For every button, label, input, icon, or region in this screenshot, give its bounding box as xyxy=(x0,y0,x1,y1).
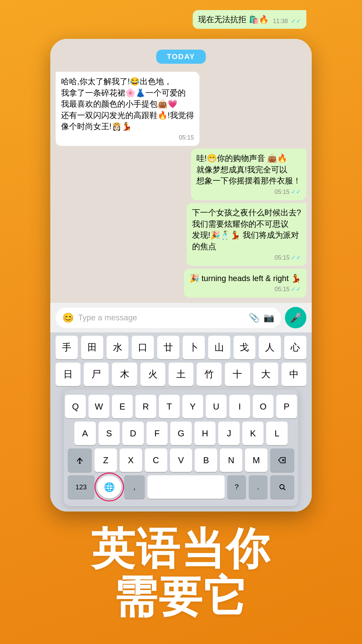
globe-key[interactable]: 🌐 xyxy=(97,476,121,498)
camera-icon[interactable]: 📷 xyxy=(263,313,274,323)
num-key[interactable]: 123 xyxy=(68,475,95,499)
key-中[interactable]: 中 xyxy=(282,363,306,386)
bottom-line-2: 需要它 xyxy=(91,573,271,621)
bubble-time-1: 05:15 xyxy=(179,133,194,142)
emoji-button[interactable]: 😊 xyxy=(62,312,74,323)
check-marks-2: ✓✓ xyxy=(291,188,301,196)
key-Z[interactable]: Z xyxy=(95,448,117,472)
mic-icon: 🎤 xyxy=(290,312,302,323)
key-人[interactable]: 人 xyxy=(259,336,281,359)
key-木[interactable]: 木 xyxy=(112,363,137,386)
mic-button[interactable]: 🎤 xyxy=(285,307,306,328)
key-大[interactable]: 大 xyxy=(253,363,278,386)
key-O[interactable]: O xyxy=(253,395,274,418)
phone-frame: TODAY 哈哈,你太了解我了!😂出色地， 我拿了一条碎花裙🌸👗一个可爱的 我最… xyxy=(50,39,312,512)
key-C[interactable]: C xyxy=(145,448,167,472)
key-Y[interactable]: Y xyxy=(182,395,203,418)
message-row-1: 哈哈,你太了解我了!😂出色地， 我拿了一条碎花裙🌸👗一个可爱的 我最喜欢的颜色的… xyxy=(56,72,306,146)
key-B[interactable]: B xyxy=(195,448,217,472)
check-marks-3: ✓✓ xyxy=(291,254,301,262)
bottom-line-1: 英语当你 xyxy=(91,525,271,573)
key-R[interactable]: R xyxy=(135,395,156,418)
message-row-3: 下一个女孩之夜什么时候出去? 我们需要炫耀你的不可思议 发现!🎉🕺💃 我们将成为… xyxy=(56,203,306,266)
key-十[interactable]: 十 xyxy=(225,363,250,386)
key-土[interactable]: 土 xyxy=(169,363,193,386)
svg-point-4 xyxy=(280,485,284,489)
key-田[interactable]: 田 xyxy=(81,336,103,359)
key-Q[interactable]: Q xyxy=(65,395,86,418)
period-key[interactable]: ? xyxy=(227,475,246,499)
key-K[interactable]: K xyxy=(242,422,264,445)
space-key[interactable] xyxy=(147,475,225,499)
top-message-status: ✓✓ xyxy=(291,18,301,24)
input-placeholder: Type a message xyxy=(78,313,245,322)
key-戈[interactable]: 戈 xyxy=(234,336,256,359)
top-message-text: 现在无法抗拒 🛍️🔥 xyxy=(198,14,269,25)
message-row-2: 哇!😁你的购物声音 👜🔥 就像梦想成真!我完全可以 想象一下你摇摆着那件衣服！ … xyxy=(56,149,306,200)
key-山[interactable]: 山 xyxy=(208,336,230,359)
chinese-row-1: 手 田 水 口 廿 卜 山 戈 人 心 xyxy=(50,336,312,359)
key-尸[interactable]: 尸 xyxy=(84,363,109,386)
key-I[interactable]: I xyxy=(229,395,250,418)
key-N[interactable]: N xyxy=(220,448,242,472)
key-手[interactable]: 手 xyxy=(56,336,78,359)
bubble-sent-2: 哇!😁你的购物声音 👜🔥 就像梦想成真!我完全可以 想象一下你摇摆着那件衣服！ … xyxy=(191,149,306,200)
key-M[interactable]: M xyxy=(245,448,267,472)
check-marks-4: ✓✓ xyxy=(291,285,301,293)
key-V[interactable]: V xyxy=(170,448,192,472)
top-message-time: 11:38 xyxy=(273,18,288,24)
key-G[interactable]: G xyxy=(170,422,192,445)
key-日[interactable]: 日 xyxy=(56,363,80,386)
en-row-3: Z X C V B N M xyxy=(68,448,294,472)
bubble-time-4: 05:15 xyxy=(275,285,290,293)
chinese-row-2: 日 尸 木 火 土 竹 十 大 中 xyxy=(50,363,312,386)
english-keyboard-overlay: Q W E R T Y U I O P A S D F G H J K xyxy=(64,389,298,506)
key-E[interactable]: E xyxy=(112,395,133,418)
key-W[interactable]: W xyxy=(88,395,109,418)
en-row-2: A S D F G H J K L xyxy=(68,422,294,445)
key-口[interactable]: 口 xyxy=(132,336,154,359)
bubble-time-2: 05:15 xyxy=(275,188,290,196)
bubble-sent-3: 下一个女孩之夜什么时候出去? 我们需要炫耀你的不可思议 发现!🎉🕺💃 我们将成为… xyxy=(187,203,306,266)
key-卜[interactable]: 卜 xyxy=(183,336,205,359)
key-S[interactable]: S xyxy=(99,422,120,445)
key-廿[interactable]: 廿 xyxy=(157,336,179,359)
key-T[interactable]: T xyxy=(159,395,180,418)
bubble-text-2: 哇!😁你的购物声音 👜🔥 就像梦想成真!我完全可以 想象一下你摇摆着那件衣服！ xyxy=(196,153,301,186)
bottom-promo: 英语当你 需要它 xyxy=(91,525,271,641)
key-心[interactable]: 心 xyxy=(284,336,306,359)
key-火[interactable]: 火 xyxy=(140,363,165,386)
key-L[interactable]: L xyxy=(266,422,288,445)
key-H[interactable]: H xyxy=(194,422,216,445)
key-F[interactable]: F xyxy=(146,422,168,445)
message-input-field[interactable]: 😊 Type a message 📎 📷 xyxy=(56,308,281,328)
search-key[interactable] xyxy=(270,475,294,499)
today-badge: TODAY xyxy=(156,50,206,64)
key-水[interactable]: 水 xyxy=(107,336,129,359)
key-U[interactable]: U xyxy=(206,395,227,418)
key-D[interactable]: D xyxy=(122,422,144,445)
bubble-sent-4: 🎉 turning heads left & right 💃 05:15 ✓✓ xyxy=(184,269,307,298)
attach-icon[interactable]: 📎 xyxy=(249,313,259,323)
globe-key-wrapper: 🌐 xyxy=(97,475,121,499)
top-message-bubble: 现在无法抗拒 🛍️🔥 11:38 ✓✓ xyxy=(193,10,306,29)
bubble-time-3: 05:15 xyxy=(275,254,290,262)
en-row-1: Q W E R T Y U I O P xyxy=(68,395,294,418)
comma-key[interactable]: , xyxy=(124,475,145,499)
chat-area: TODAY 哈哈,你太了解我了!😂出色地， 我拿了一条碎花裙🌸👗一个可爱的 我最… xyxy=(50,39,312,303)
key-X[interactable]: X xyxy=(120,448,142,472)
input-bar: 😊 Type a message 📎 📷 🎤 xyxy=(50,303,312,332)
message-row-4: 🎉 turning heads left & right 💃 05:15 ✓✓ xyxy=(56,269,306,298)
key-P[interactable]: P xyxy=(276,395,297,418)
bubble-text-3: 下一个女孩之夜什么时候出去? 我们需要炫耀你的不可思议 发现!🎉🕺💃 我们将成为… xyxy=(192,207,301,252)
key-A[interactable]: A xyxy=(74,422,96,445)
bubble-text-1: 哈哈,你太了解我了!😂出色地， 我拿了一条碎花裙🌸👗一个可爱的 我最喜欢的颜色的… xyxy=(61,76,194,132)
en-row-4: 123 🌐 , ? . xyxy=(68,475,294,499)
shift-key[interactable] xyxy=(68,448,92,472)
svg-line-5 xyxy=(284,489,285,490)
period-dot-key[interactable]: . xyxy=(249,475,267,499)
backspace-key[interactable] xyxy=(270,448,294,472)
chinese-keyboard: 手 田 水 口 廿 卜 山 戈 人 心 日 尸 木 火 土 竹 十 大 中 Q xyxy=(50,332,312,512)
key-J[interactable]: J xyxy=(218,422,240,445)
key-竹[interactable]: 竹 xyxy=(197,363,222,386)
